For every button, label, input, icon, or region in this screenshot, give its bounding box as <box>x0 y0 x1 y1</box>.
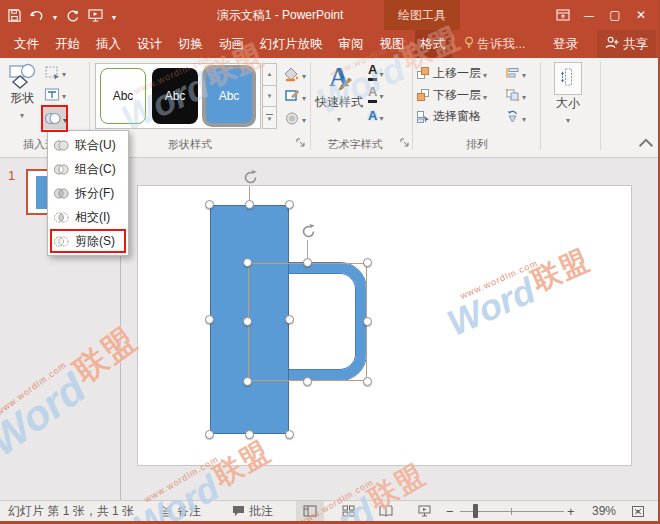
normal-view-button[interactable] <box>296 501 324 521</box>
tab-animations[interactable]: 动画 <box>213 30 250 58</box>
reading-view-button[interactable] <box>372 501 400 521</box>
selection-handle[interactable] <box>363 258 372 267</box>
quick-styles-button[interactable]: A 快速样式 <box>314 62 364 125</box>
menu-item-union[interactable]: 联合(U) <box>48 133 128 157</box>
selection-handle[interactable] <box>205 315 214 324</box>
undo-icon[interactable] <box>30 9 44 21</box>
tell-me-label: 告诉我... <box>478 36 526 53</box>
ribbon-display-options-icon[interactable] <box>550 0 576 30</box>
selection-pane-button[interactable]: 选择窗格 <box>416 108 481 125</box>
tab-file[interactable]: 文件 <box>8 30 45 58</box>
selection-handle[interactable] <box>285 315 294 324</box>
text-box-button[interactable] <box>44 85 66 103</box>
undo-dropdown-caret-icon[interactable] <box>53 6 57 24</box>
text-effects-button[interactable]: A <box>368 107 383 125</box>
customize-qat-caret-icon[interactable] <box>112 6 116 24</box>
slide-thumbnail-number: 1 <box>8 168 15 183</box>
intersect-label: 相交(I) <box>75 209 110 226</box>
comments-button[interactable]: 批注 <box>232 501 273 521</box>
group-objects-button[interactable] <box>505 86 526 104</box>
selection-handle[interactable] <box>243 317 252 326</box>
selection-handle[interactable] <box>363 377 372 386</box>
tab-transitions[interactable]: 切换 <box>172 30 209 58</box>
tab-design[interactable]: 设计 <box>131 30 168 58</box>
redo-icon[interactable] <box>66 9 79 22</box>
shape-style-tile-1[interactable]: Abc <box>100 68 146 124</box>
share-button[interactable]: 共享 <box>597 30 656 58</box>
selection-handle[interactable] <box>303 258 312 267</box>
minimize-button[interactable] <box>576 0 602 30</box>
shape-effects-icon <box>284 111 300 126</box>
close-button[interactable] <box>628 0 654 30</box>
shape-effects-button[interactable] <box>284 109 306 127</box>
fit-to-window-button[interactable] <box>624 501 652 521</box>
sign-in-button[interactable]: 登录 <box>545 30 586 58</box>
menu-item-intersect[interactable]: 相交(I) <box>48 205 128 229</box>
selection-handle[interactable] <box>245 430 254 439</box>
selection-bounding-box <box>248 263 367 381</box>
size-button[interactable]: 大小 <box>546 62 590 126</box>
selection-handle[interactable] <box>285 200 294 209</box>
tab-review[interactable]: 审阅 <box>333 30 370 58</box>
rotate-handle-icon[interactable] <box>300 223 317 240</box>
group-label-wordart: 艺术字样式 <box>312 136 398 152</box>
text-outline-button[interactable]: A <box>368 85 383 103</box>
tab-slideshow[interactable]: 幻灯片放映 <box>254 30 329 58</box>
selection-handle[interactable] <box>363 317 372 326</box>
text-effects-caret-icon <box>379 107 383 125</box>
selection-handle[interactable] <box>303 377 312 386</box>
tab-insert[interactable]: 插入 <box>90 30 127 58</box>
tell-me-box[interactable]: 告诉我... <box>464 30 526 58</box>
bring-forward-button[interactable]: 上移一层 <box>416 64 487 82</box>
collapse-ribbon-icon[interactable] <box>638 136 654 150</box>
zoom-level[interactable]: 39% <box>584 501 616 521</box>
selection-handle[interactable] <box>205 200 214 209</box>
selection-handle[interactable] <box>285 430 294 439</box>
wordart-dialog-launcher-icon[interactable] <box>400 138 410 148</box>
send-backward-button[interactable]: 下移一层 <box>416 86 487 104</box>
align-button[interactable] <box>505 64 526 82</box>
tab-format[interactable]: 格式 <box>415 30 452 58</box>
combine-icon <box>53 161 69 177</box>
selection-handle[interactable] <box>243 377 252 386</box>
selection-handle[interactable] <box>243 258 252 267</box>
zoom-out-button[interactable] <box>446 501 454 521</box>
shapes-gallery-button[interactable]: 形状 <box>2 62 42 121</box>
maximize-button[interactable] <box>602 0 628 30</box>
tab-view[interactable]: 视图 <box>374 30 411 58</box>
menu-item-fragment[interactable]: 拆分(F) <box>48 181 128 205</box>
shapes-label: 形状 <box>10 90 34 107</box>
group-label-arrange: 排列 <box>414 136 540 152</box>
shape-outline-button[interactable] <box>284 87 306 105</box>
shape-effects-caret-icon <box>302 109 306 127</box>
rotate-handle-icon[interactable] <box>242 169 259 186</box>
gallery-scroll-down-icon[interactable] <box>262 86 277 108</box>
text-fill-button[interactable]: A <box>368 63 383 81</box>
shape-fill-button[interactable] <box>284 65 306 83</box>
start-slideshow-icon[interactable] <box>88 9 103 22</box>
gallery-scroll-up-icon[interactable] <box>262 63 277 86</box>
shape-style-tile-3-selected[interactable]: Abc <box>202 65 256 127</box>
slideshow-view-button[interactable] <box>410 501 438 521</box>
shape-styles-dialog-launcher-icon[interactable] <box>296 138 306 148</box>
save-icon[interactable] <box>8 9 21 22</box>
group-separator <box>310 62 311 150</box>
edit-shape-button[interactable] <box>44 63 66 81</box>
zoom-slider-thumb[interactable] <box>473 504 478 518</box>
notes-button[interactable]: 备注 <box>160 501 201 521</box>
shape-style-tile-2[interactable]: Abc <box>152 68 198 124</box>
tab-home[interactable]: 开始 <box>49 30 86 58</box>
gallery-scroll <box>262 63 277 129</box>
slide-sorter-view-button[interactable] <box>334 501 362 521</box>
text-fill-caret-icon <box>379 63 383 81</box>
gallery-more-icon[interactable] <box>262 107 277 129</box>
zoom-in-button[interactable] <box>567 501 575 521</box>
selection-handle[interactable] <box>245 200 254 209</box>
rotate-objects-caret-icon <box>522 108 526 126</box>
size-caret-icon <box>566 112 570 126</box>
menu-item-combine[interactable]: 组合(C) <box>48 157 128 181</box>
selection-handle[interactable] <box>205 430 214 439</box>
fragment-icon <box>53 185 69 201</box>
zoom-slider-midpoint <box>511 508 512 515</box>
rotate-objects-button[interactable] <box>505 108 526 126</box>
